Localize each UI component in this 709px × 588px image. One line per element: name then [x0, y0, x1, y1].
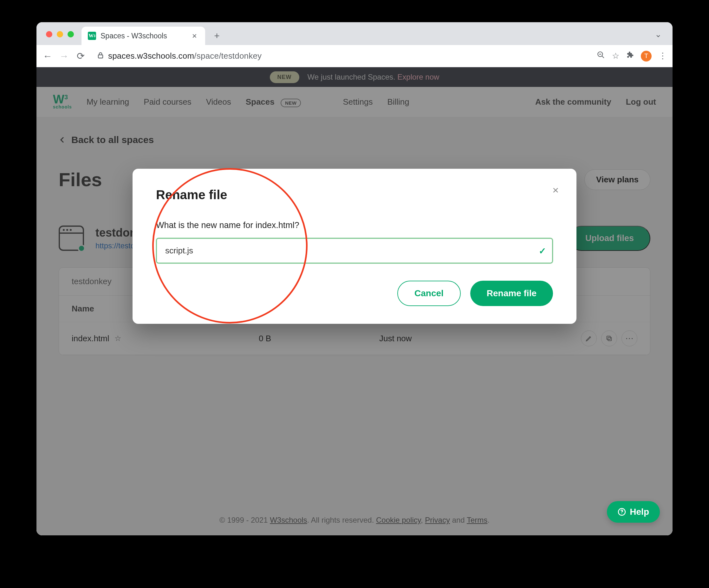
svg-line-2 [602, 56, 604, 58]
favicon-icon: W3 [88, 32, 96, 40]
tab-title: Spaces - W3schools [101, 32, 186, 40]
rename-file-modal: Rename file × What is the new name for i… [133, 169, 576, 324]
url-path: /space/testdonkey [194, 51, 262, 60]
rename-file-button[interactable]: Rename file [470, 281, 553, 306]
url-host: spaces.w3schools.com [108, 51, 194, 60]
close-icon[interactable]: × [552, 184, 559, 196]
extensions-icon[interactable] [626, 51, 634, 61]
close-tab-icon[interactable]: × [190, 31, 199, 41]
menu-icon[interactable]: ⋮ [659, 51, 667, 61]
close-window-icon[interactable] [46, 31, 52, 37]
tabstrip: W3 Spaces - W3schools × + ⌄ [36, 22, 673, 45]
check-icon: ✓ [539, 246, 546, 256]
url-text: spaces.w3schools.com/space/testdonkey [108, 51, 262, 61]
cancel-button[interactable]: Cancel [397, 281, 461, 306]
help-label: Help [630, 507, 649, 517]
filename-input[interactable] [156, 238, 553, 263]
modal-title: Rename file [156, 188, 553, 202]
profile-avatar[interactable]: T [641, 51, 652, 61]
window-controls[interactable] [42, 31, 78, 45]
bookmark-icon[interactable]: ☆ [612, 51, 619, 61]
browser-toolbar: ← → ⟳ spaces.w3schools.com/space/testdon… [36, 45, 673, 67]
modal-prompt: What is the new name for index.html? [156, 221, 553, 230]
zoom-icon[interactable] [597, 51, 605, 61]
help-button[interactable]: Help [607, 501, 660, 523]
minimize-window-icon[interactable] [57, 31, 63, 37]
maximize-window-icon[interactable] [68, 31, 74, 37]
new-tab-button[interactable]: + [210, 29, 224, 43]
reload-icon[interactable]: ⟳ [75, 51, 86, 61]
svg-point-7 [622, 513, 622, 514]
browser-tab[interactable]: W3 Spaces - W3schools × [81, 27, 205, 45]
address-bar[interactable]: spaces.w3schools.com/space/testdonkey [91, 51, 591, 61]
tabs-overflow-icon[interactable]: ⌄ [655, 29, 667, 45]
svg-rect-0 [98, 55, 103, 58]
back-icon[interactable]: ← [42, 51, 53, 61]
lock-icon [97, 52, 104, 60]
forward-icon: → [59, 51, 70, 61]
